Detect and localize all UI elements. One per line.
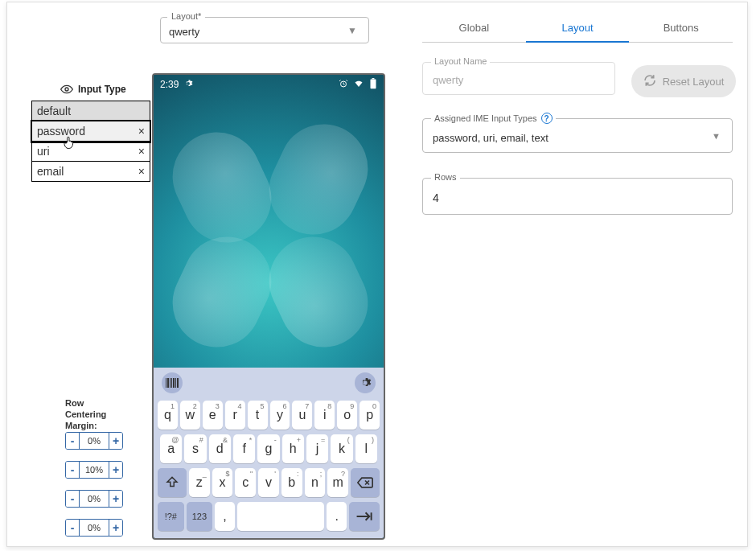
- shift-key[interactable]: [158, 468, 187, 497]
- gear-icon: [183, 79, 193, 91]
- remove-icon[interactable]: ×: [138, 145, 145, 158]
- barcode-icon[interactable]: [162, 372, 183, 393]
- decrement-button[interactable]: -: [66, 520, 80, 536]
- key-z[interactable]: z_: [189, 468, 210, 497]
- eye-icon: [60, 83, 73, 96]
- increment-button[interactable]: +: [109, 433, 122, 449]
- key-p[interactable]: p0: [360, 401, 380, 430]
- margin-stepper: -+: [65, 461, 123, 479]
- phone-preview: 2:39: [152, 73, 385, 540]
- key-123[interactable]: 123: [187, 502, 213, 531]
- keyboard-preview: q1w2e3r4t5y6u7i8o9p0 a@s#d&f*g-h+j=k(l) …: [154, 368, 384, 538]
- svg-rect-6: [170, 378, 171, 388]
- keyboard-settings-icon[interactable]: [355, 372, 376, 393]
- key-.[interactable]: .: [327, 502, 346, 531]
- increment-button[interactable]: +: [109, 520, 122, 536]
- svg-rect-4: [166, 378, 166, 388]
- tab-buttons[interactable]: Buttons: [629, 14, 733, 42]
- decrement-button[interactable]: -: [66, 462, 80, 478]
- rows-label: Rows: [431, 172, 460, 182]
- margin-value-input[interactable]: [80, 465, 109, 475]
- layout-name-field[interactable]: Layout Name qwerty: [422, 62, 615, 95]
- key-q[interactable]: q1: [158, 401, 178, 430]
- svg-rect-7: [171, 378, 172, 388]
- key-x[interactable]: x$: [212, 468, 233, 497]
- decrement-button[interactable]: -: [66, 433, 80, 449]
- input-type-label: Input Type: [78, 84, 126, 95]
- key-h[interactable]: h+: [282, 434, 304, 463]
- refresh-icon: [643, 74, 656, 89]
- alarm-icon: [339, 79, 348, 91]
- svg-point-0: [65, 88, 68, 91]
- input-type-option-uri[interactable]: uri×: [32, 142, 150, 162]
- wifi-icon: [353, 79, 364, 91]
- margin-value-input[interactable]: [80, 494, 109, 504]
- key-k[interactable]: k(: [331, 434, 352, 463]
- tab-global[interactable]: Global: [422, 14, 526, 42]
- svg-rect-9: [175, 378, 176, 388]
- help-icon[interactable]: ?: [541, 113, 553, 124]
- key-c[interactable]: c": [235, 468, 256, 497]
- remove-icon[interactable]: ×: [138, 165, 145, 178]
- input-type-option-label: password: [37, 125, 85, 138]
- increment-button[interactable]: +: [109, 491, 122, 507]
- assigned-ime-types-value: password, uri, email, text: [433, 132, 549, 144]
- input-type-option-default[interactable]: default: [32, 101, 150, 121]
- space-key[interactable]: [237, 502, 325, 531]
- tab-layout[interactable]: Layout: [526, 14, 630, 42]
- key-i[interactable]: i8: [314, 401, 335, 430]
- key-n[interactable]: n;: [305, 468, 326, 497]
- key-o[interactable]: o9: [337, 401, 357, 430]
- decrement-button[interactable]: -: [66, 491, 80, 507]
- input-type-option-label: uri: [37, 145, 50, 158]
- margin-value-input[interactable]: [80, 523, 109, 532]
- reset-layout-button[interactable]: Reset Layout: [631, 65, 736, 97]
- enter-key[interactable]: [349, 502, 380, 531]
- assigned-ime-types-label: Assigned IME Input Types: [434, 113, 537, 123]
- key-a[interactable]: a@: [160, 434, 182, 463]
- chevron-down-icon: ▼: [347, 25, 357, 36]
- input-type-option-password[interactable]: password×: [32, 121, 150, 142]
- key-t[interactable]: t5: [248, 401, 268, 430]
- svg-rect-8: [173, 378, 175, 388]
- key-v[interactable]: v': [258, 468, 279, 497]
- key-m[interactable]: m?: [327, 468, 348, 497]
- key-b[interactable]: b:: [281, 468, 302, 497]
- backspace-key[interactable]: [351, 468, 380, 497]
- key-d[interactable]: d&: [209, 434, 231, 463]
- rows-value: 4: [433, 191, 439, 204]
- layout-name-label: Layout Name: [431, 56, 490, 66]
- input-type-options: defaultpassword×uri×email×: [31, 101, 150, 182]
- key-!?#[interactable]: !?#: [158, 502, 184, 531]
- rows-field[interactable]: Rows 4: [422, 178, 733, 215]
- chevron-down-icon: ▼: [712, 131, 721, 141]
- key-f[interactable]: f*: [233, 434, 255, 463]
- key-,[interactable]: ,: [215, 502, 234, 531]
- svg-rect-10: [177, 378, 179, 388]
- svg-rect-3: [372, 78, 375, 79]
- layout-name-placeholder: qwerty: [433, 74, 463, 86]
- key-s[interactable]: s#: [184, 434, 206, 463]
- key-u[interactable]: u7: [292, 401, 312, 430]
- key-j[interactable]: j=: [306, 434, 328, 463]
- layout-select-label: Layout*: [167, 11, 205, 21]
- margin-stepper: -+: [65, 519, 123, 537]
- reset-layout-label: Reset Layout: [663, 76, 725, 88]
- key-e[interactable]: e3: [203, 401, 223, 430]
- right-tabs: GlobalLayoutButtons: [422, 14, 733, 43]
- margin-value-input[interactable]: [80, 436, 109, 446]
- key-y[interactable]: y6: [270, 401, 290, 430]
- key-w[interactable]: w2: [180, 401, 200, 430]
- layout-select-value: qwerty: [169, 26, 199, 38]
- key-g[interactable]: g-: [257, 434, 279, 463]
- assigned-ime-types-field[interactable]: Assigned IME Input Types ? password, uri…: [422, 118, 733, 153]
- phone-time: 2:39: [160, 79, 179, 90]
- key-l[interactable]: l): [355, 434, 377, 463]
- key-r[interactable]: r4: [225, 401, 245, 430]
- svg-rect-5: [167, 378, 169, 388]
- remove-icon[interactable]: ×: [138, 125, 145, 138]
- increment-button[interactable]: +: [109, 462, 122, 478]
- battery-icon: [369, 78, 377, 92]
- layout-select[interactable]: Layout* qwerty ▼: [160, 17, 369, 51]
- input-type-option-email[interactable]: email×: [32, 162, 150, 181]
